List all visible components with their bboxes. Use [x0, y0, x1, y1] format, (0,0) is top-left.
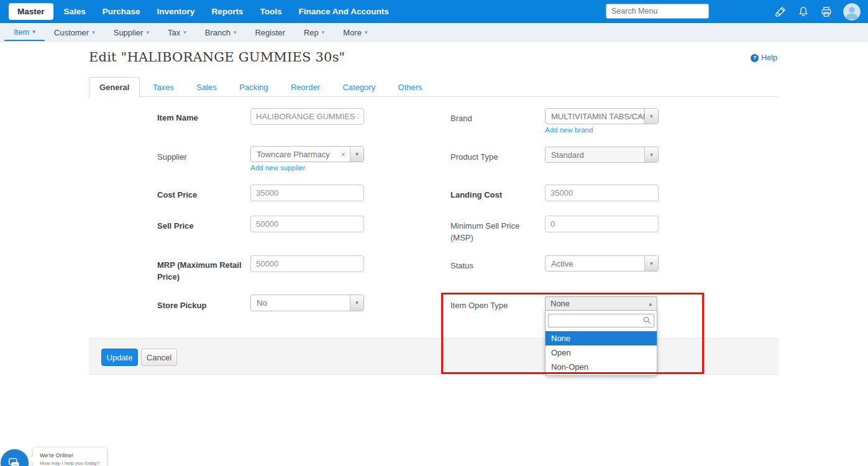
subnav-item-label: Tax — [168, 28, 180, 37]
mrp-label: MRP (Maximum Retail Price) — [157, 260, 250, 283]
status-label: Status — [450, 260, 473, 272]
sell-price-label: Sell Price — [157, 221, 194, 232]
subnav-item-supplier[interactable]: Supplier ▾ — [104, 24, 158, 41]
nav-item-inventory[interactable]: Inventory — [157, 7, 195, 16]
subnav-item-label: Item — [14, 27, 29, 37]
tab-reorder[interactable]: Reorder — [281, 78, 330, 97]
search-menu-input[interactable] — [606, 4, 709, 19]
tab-category[interactable]: Category — [332, 78, 385, 97]
item-open-type-label: Item Open Type — [450, 300, 508, 312]
landing-cost-input[interactable] — [545, 185, 659, 201]
item-name-input[interactable] — [250, 108, 364, 125]
subnav-item-customer[interactable]: Customer ▾ — [45, 24, 104, 41]
status-select[interactable]: Active ▾ — [545, 255, 659, 272]
tab-packing[interactable]: Packing — [229, 78, 278, 97]
chat-bubbles-icon — [7, 456, 22, 466]
chevron-down-icon: ▾ — [183, 30, 186, 35]
item-open-type-dropdown: None Open Non-Open — [545, 311, 657, 376]
brand-label: Brand — [450, 113, 472, 125]
bell-icon[interactable] — [797, 6, 810, 18]
brand-dropdown-arrow[interactable]: ▾ — [644, 109, 658, 124]
chevron-down-icon: ▾ — [650, 261, 653, 267]
cost-price-label: Cost Price — [157, 190, 197, 201]
store-pickup-dropdown-arrow[interactable]: ▾ — [350, 295, 363, 311]
avatar-person-icon — [843, 3, 861, 21]
page-title: Edit "HALIBORANGE GUMMIES 30s" — [89, 50, 345, 65]
nav-item-purchase[interactable]: Purchase — [103, 7, 140, 16]
subnav-item-label: Branch — [205, 28, 231, 37]
status-dropdown-arrow[interactable]: ▾ — [644, 256, 658, 271]
supplier-combobox[interactable]: Towncare Pharmacy × ▾ — [250, 146, 364, 162]
nav-item-sales[interactable]: Sales — [64, 7, 86, 16]
product-type-select[interactable]: Standard ▾ — [545, 147, 659, 163]
tab-taxes[interactable]: Taxes — [143, 78, 184, 97]
store-pickup-label: Store Pickup — [157, 300, 206, 312]
store-pickup-select[interactable]: No ▾ — [250, 295, 364, 311]
clear-icon[interactable]: × — [637, 112, 642, 121]
item-open-type-select[interactable]: None ▴ — [545, 296, 657, 311]
item-open-type-selected-value: None — [550, 299, 570, 308]
mrp-input[interactable] — [250, 255, 364, 272]
tab-others[interactable]: Others — [388, 78, 432, 97]
subnav-item-label: Register — [255, 28, 285, 37]
chevron-down-icon: ▾ — [146, 30, 149, 35]
top-nav: Master Sales Purchase Inventory Reports … — [0, 0, 868, 23]
cost-price-input[interactable] — [250, 185, 364, 201]
msp-label: Minimum Sell Price (MSP) — [450, 221, 532, 244]
sub-nav: Item ▾ Customer ▾ Supplier ▾ Tax ▾ Branc… — [0, 24, 868, 42]
help-link[interactable]: ? Help — [751, 53, 777, 62]
product-type-label: Product Type — [450, 152, 498, 163]
msp-input[interactable] — [545, 216, 659, 232]
product-type-dropdown-arrow[interactable]: ▾ — [644, 147, 658, 162]
main-content: Edit "HALIBORANGE GUMMIES 30s" ? Help Ge… — [89, 42, 779, 414]
form-footer: Update Cancel — [89, 338, 779, 375]
nav-item-reports[interactable]: Reports — [211, 7, 243, 16]
paint-brush-icon[interactable] — [774, 6, 787, 18]
clear-icon[interactable]: × — [340, 150, 345, 159]
printer-icon[interactable] — [820, 6, 833, 18]
chevron-down-icon: ▾ — [92, 30, 95, 35]
chevron-down-icon: ▾ — [650, 114, 653, 119]
chat-status-tooltip[interactable]: We're Online! How may I help you today? — [33, 448, 107, 466]
subnav-item-more[interactable]: More ▾ — [334, 24, 377, 41]
supplier-value: Towncare Pharmacy — [257, 150, 347, 159]
tab-bar: General Taxes Sales Packing Reorder Cate… — [89, 76, 779, 97]
dropdown-search-input[interactable] — [548, 314, 654, 327]
subnav-item-branch[interactable]: Branch ▾ — [196, 24, 246, 41]
nav-item-finance-and-accounts[interactable]: Finance And Accounts — [298, 7, 388, 16]
chevron-down-icon: ▾ — [355, 152, 359, 157]
brand-combobox[interactable]: MULTIVITAMIN TABS/CAPS × ▾ — [545, 108, 659, 124]
dropdown-option-open[interactable]: Open — [546, 345, 657, 360]
brand-value: MULTIVITAMIN TABS/CAPS — [551, 112, 644, 121]
chevron-down-icon: ▾ — [234, 30, 237, 35]
supplier-label: Supplier — [157, 152, 187, 163]
subnav-item-label: Supplier — [114, 28, 144, 37]
subnav-item-item[interactable]: Item ▾ — [4, 24, 45, 41]
status-value: Active — [551, 259, 642, 268]
tab-sales[interactable]: Sales — [186, 78, 227, 97]
add-new-supplier-link[interactable]: Add new supplier — [250, 164, 305, 171]
product-type-value: Standard — [551, 150, 642, 160]
subnav-item-rep[interactable]: Rep ▾ — [295, 24, 334, 41]
store-pickup-value: No — [257, 298, 347, 308]
chevron-down-icon: ▾ — [355, 300, 359, 306]
chevron-down-icon: ▾ — [365, 30, 368, 35]
tab-general[interactable]: General — [89, 77, 140, 98]
chat-status-line: We're Online! — [40, 452, 100, 459]
help-label: Help — [761, 53, 777, 62]
chevron-down-icon: ▾ — [322, 30, 325, 35]
cancel-button[interactable]: Cancel — [141, 349, 177, 366]
item-name-label: Item Name — [157, 112, 198, 124]
sell-price-input[interactable] — [250, 216, 364, 232]
supplier-dropdown-arrow[interactable]: ▾ — [350, 147, 363, 162]
dropdown-option-none[interactable]: None — [546, 331, 657, 345]
update-button[interactable]: Update — [101, 349, 138, 366]
nav-item-master-active[interactable]: Master — [9, 3, 53, 20]
chat-launcher-button[interactable] — [1, 449, 29, 466]
subnav-item-tax[interactable]: Tax ▾ — [158, 24, 196, 41]
nav-item-tools[interactable]: Tools — [260, 7, 281, 16]
add-new-brand-link[interactable]: Add new brand — [545, 126, 593, 134]
dropdown-option-non-open[interactable]: Non-Open — [546, 360, 657, 374]
user-avatar[interactable] — [843, 3, 861, 21]
subnav-item-register[interactable]: Register — [245, 24, 294, 41]
